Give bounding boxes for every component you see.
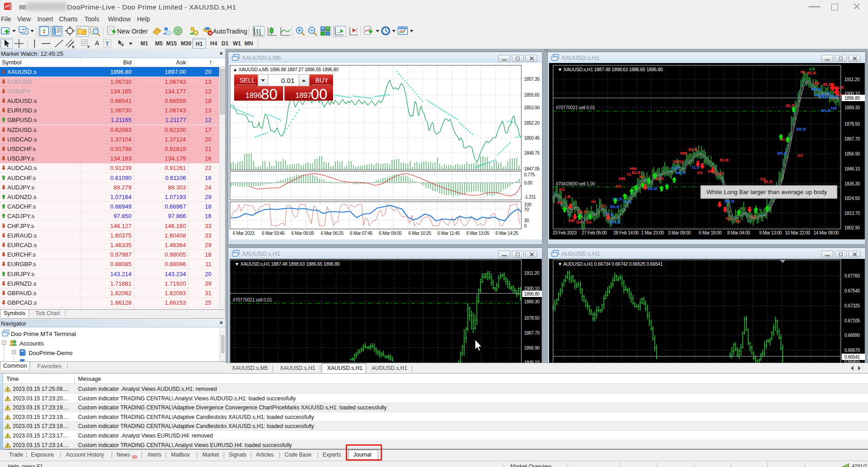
svg-text:▼ AUDUSD.s,H1 0.66734 0.6674: ▼ AUDUSD.s,H1 0.66734 0.66742 0.66525 0.… (558, 261, 663, 267)
svg-text:#70770021 sell 0.01: #70770021 sell 0.01 (556, 105, 595, 110)
svg-text:XS: XS (639, 174, 645, 179)
svg-text:WLB: WLB (812, 87, 822, 92)
svg-text:8 Mar 04:00: 8 Mar 04:00 (727, 230, 750, 235)
svg-text:WLB: WLB (647, 186, 657, 191)
svg-text:E: E (72, 45, 75, 49)
svg-text:1896.80: 1896.80 (524, 292, 540, 297)
svg-text:6 Mar 09:05: 6 Mar 09:05 (379, 231, 402, 236)
svg-text:30: 30 (524, 218, 529, 223)
svg-text:1911.20: 1911.20 (844, 77, 860, 82)
svg-text:#70419830 sell 1.00: #70419830 sell 1.00 (556, 181, 595, 186)
svg-text:SX: SX (576, 219, 582, 224)
svg-text:9 Mar 13:00: 9 Mar 13:00 (759, 230, 782, 235)
svg-text:3 Mar 09:00: 3 Mar 09:00 (668, 230, 691, 235)
svg-text:F: F (88, 45, 90, 49)
svg-text:WLB: WLB (821, 108, 831, 113)
svg-text:6 Mar 07:45: 6 Mar 07:45 (350, 231, 373, 236)
svg-text:27 Feb 05:00: 27 Feb 05:00 (582, 230, 607, 235)
svg-text:6 Mar 03:45: 6 Mar 03:45 (262, 231, 285, 236)
svg-text:1896: 1896 (245, 92, 262, 99)
svg-text:1889.30: 1889.30 (524, 299, 540, 304)
svg-text:0.67540: 0.67540 (844, 288, 860, 293)
svg-text:▼ XAUUSD.s,H1 1887.48 1898.6: ▼ XAUUSD.s,H1 1887.48 1898.63 1886.65 18… (235, 261, 340, 267)
svg-text:6 Mar 13:05: 6 Mar 13:05 (466, 231, 490, 236)
svg-text:0.67760: 0.67760 (844, 273, 860, 278)
svg-text:28 Feb 14:00: 28 Feb 14:00 (613, 230, 639, 235)
svg-text:TLS: TLS (623, 199, 631, 204)
svg-text:White Long Bar larger than ave: White Long Bar larger than average up bo… (706, 189, 827, 195)
svg-text:SX: SX (557, 200, 563, 205)
svg-text:BLB: BLB (823, 82, 832, 87)
svg-text:1846.10: 1846.10 (844, 166, 860, 171)
svg-text:HM: HM (680, 151, 687, 156)
svg-text:0.66890: 0.66890 (844, 333, 860, 338)
svg-text:SS: SS (797, 153, 803, 158)
svg-text:0.775: 0.775 (524, 172, 535, 177)
svg-text:SS: SS (559, 187, 565, 192)
svg-text:1867.70: 1867.70 (524, 331, 540, 336)
svg-text:6 Mar 11:45: 6 Mar 11:45 (437, 231, 460, 236)
svg-text:80: 80 (261, 86, 278, 102)
svg-text:0.01: 0.01 (281, 77, 294, 84)
svg-text:HI: HI (591, 199, 596, 204)
svg-text:LB: LB (565, 194, 571, 199)
svg-text:1852.20: 1852.20 (524, 121, 540, 126)
svg-text:WLB: WLB (796, 126, 806, 131)
svg-text:BLB: BLB (655, 176, 664, 181)
svg-text:1889.30: 1889.30 (844, 105, 860, 110)
svg-text:6 Mar 05:05: 6 Mar 05:05 (291, 231, 314, 236)
svg-text:6 Mar 14:25: 6 Mar 14:25 (495, 231, 519, 236)
svg-text:1857.35: 1857.35 (524, 77, 540, 82)
svg-text:SX: SX (750, 214, 756, 219)
svg-text:6 Mar 10:25: 6 Mar 10:25 (408, 231, 432, 236)
svg-text:6 Mar 18:00: 6 Mar 18:00 (699, 230, 722, 235)
svg-text:SB: SB (814, 81, 819, 86)
svg-text:BLB: BLB (688, 147, 697, 152)
svg-text:1896.80: 1896.80 (844, 96, 860, 101)
svg-text:1855.65: 1855.65 (524, 92, 540, 97)
svg-text:0: 0 (524, 224, 527, 229)
svg-text:1 Mar 23:00: 1 Mar 23:00 (641, 230, 664, 235)
svg-text:▲ XAUUSD.s,M5 1896.88 1897.2: ▲ XAUUSD.s,M5 1896.88 1897.27 1896.55 18… (233, 67, 338, 72)
svg-text:WLB: WLB (610, 219, 620, 224)
svg-text:0.67105: 0.67105 (844, 318, 860, 323)
svg-text:1897: 1897 (295, 92, 312, 99)
svg-text:HR: HR (831, 106, 837, 111)
svg-text:1824.50: 1824.50 (844, 196, 860, 201)
svg-text:SELL: SELL (240, 77, 255, 84)
svg-text:1835.30: 1835.30 (844, 181, 860, 186)
svg-text:1850.45: 1850.45 (524, 136, 540, 141)
svg-text:HM: HM (618, 176, 625, 181)
svg-text:BLB: BLB (578, 209, 587, 214)
svg-text:00: 00 (311, 86, 328, 102)
svg-text:0.67325: 0.67325 (844, 303, 860, 308)
svg-text:-1.211: -1.211 (524, 195, 536, 199)
svg-text:BLB: BLB (764, 179, 773, 184)
svg-text:70: 70 (524, 207, 529, 212)
svg-text:BUY: BUY (315, 77, 329, 84)
svg-text:1856.90: 1856.90 (844, 151, 860, 156)
svg-text:LX: LX (809, 66, 815, 71)
svg-text:100: 100 (524, 202, 532, 207)
svg-text:T: T (106, 41, 109, 47)
svg-text:1867.70: 1867.70 (844, 136, 860, 141)
svg-text:#70770021 sell 0.01: #70770021 sell 0.01 (233, 297, 272, 302)
svg-text:SX: SX (697, 170, 703, 175)
svg-text:SX: SX (586, 219, 592, 224)
svg-text:14 Mar 08:00: 14 Mar 08:00 (814, 230, 839, 235)
svg-text:23 Feb 2023: 23 Feb 2023 (553, 230, 577, 235)
svg-text:1853.90: 1853.90 (524, 105, 540, 110)
svg-text:TBSD: TBSD (672, 159, 684, 164)
svg-text:6 Mar 06:25: 6 Mar 06:25 (321, 231, 344, 236)
svg-text:LX: LX (600, 203, 606, 208)
svg-text:CLB: CLB (714, 171, 723, 176)
svg-text:1856.90: 1856.90 (524, 345, 540, 350)
svg-text:1802.90: 1802.90 (844, 225, 860, 230)
svg-text:1900.10: 1900.10 (524, 286, 540, 291)
svg-text:WLB: WLB (777, 151, 787, 156)
svg-text:1911.20: 1911.20 (524, 271, 539, 276)
svg-text:BLB: BLB (720, 157, 729, 162)
svg-text:▼ XAUUSD.s,H1 1887.48 1898.6: ▼ XAUUSD.s,H1 1887.48 1898.63 1886.65 18… (558, 67, 663, 72)
svg-text:SS: SS (616, 184, 622, 189)
svg-text:WLB: WLB (676, 170, 686, 175)
